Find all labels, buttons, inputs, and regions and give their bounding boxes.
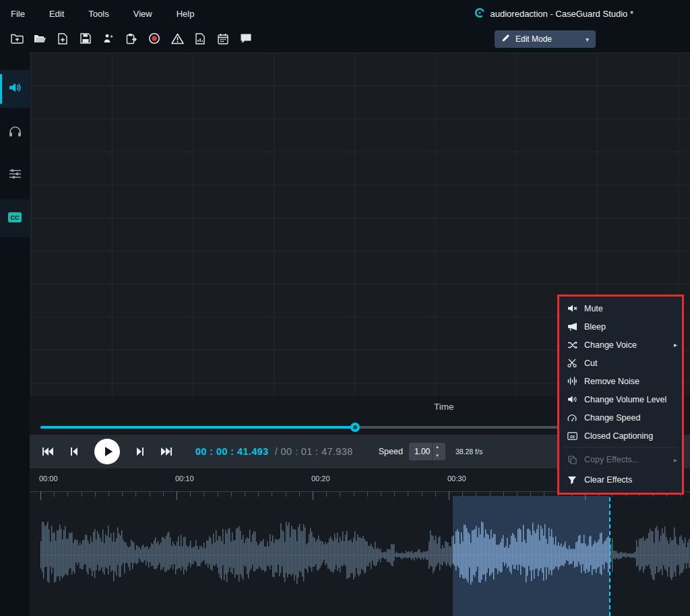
window-title: audioredaction - CaseGuard Studio *: [474, 0, 633, 27]
time-separator: /: [275, 446, 278, 457]
context-menu-item-mute[interactable]: Mute: [559, 299, 682, 317]
stepper-down-icon[interactable]: ▼: [433, 452, 442, 460]
next-icon: [136, 447, 144, 456]
context-menu-item-cut[interactable]: Cut: [559, 354, 682, 372]
context-menu-item-bleep[interactable]: Bleep: [559, 317, 682, 336]
play-icon: [104, 446, 113, 457]
add-file-button[interactable]: [51, 30, 74, 50]
pencil-icon: [501, 34, 510, 44]
edit-mode-label: Edit Mode: [515, 34, 552, 44]
context-menu-label: Cut: [584, 359, 597, 368]
menubar: File Edit Tools View Help audioredaction…: [0, 0, 690, 27]
context-menu-item-remove-noise[interactable]: Remove Noise: [559, 372, 682, 390]
calendar-icon: [218, 33, 228, 47]
effects-context-menu: Mute Bleep Change Voice ▸ Cut Remove Noi…: [557, 295, 684, 495]
speed-stepper[interactable]: ▲ ▼: [432, 443, 442, 460]
context-menu-item-change-voice[interactable]: Change Voice ▸: [559, 336, 682, 354]
context-menu-item-copy-effects: Copy Effects... ▸: [559, 450, 682, 470]
time-display: 00 : 00 : 41.493 / 00 : 01 : 47.938: [195, 446, 353, 457]
cc-icon: CC: [7, 212, 22, 226]
context-menu-item-change-speed[interactable]: Change Speed: [559, 408, 682, 427]
speedometer-icon: [567, 413, 577, 422]
svg-text:cc: cc: [569, 433, 575, 438]
context-menu-item-clear-effects[interactable]: Clear Effects: [559, 470, 682, 490]
context-menu-label: Change Speed: [584, 413, 640, 423]
add-file-icon: [58, 33, 67, 47]
add-folder-icon: [11, 33, 24, 47]
toolbar: Edit Mode ▾: [0, 27, 690, 53]
time-axis-label: Time: [434, 402, 454, 412]
skip-start-icon: [42, 447, 54, 456]
sidebar-item-audio[interactable]: [0, 70, 30, 108]
frame-rate-label: 38.28 f/s: [456, 448, 482, 456]
export-copy-icon: [126, 33, 137, 47]
warning-icon: [171, 33, 184, 47]
mute-icon: [567, 304, 577, 313]
context-menu-label: Copy Effects...: [584, 455, 639, 464]
menu-tools[interactable]: Tools: [88, 9, 108, 19]
speaker-icon: [8, 82, 22, 96]
record-button[interactable]: [143, 30, 166, 50]
remove-noise-icon: [567, 377, 577, 386]
menu-separator: [563, 447, 678, 448]
submenu-arrow-icon: ▸: [674, 456, 677, 464]
save-icon: [80, 33, 91, 47]
stepper-up-icon[interactable]: ▲: [433, 443, 442, 452]
cut-icon: [567, 359, 577, 367]
add-folder-button[interactable]: [5, 30, 28, 50]
next-frame-button[interactable]: [136, 447, 144, 456]
sidebar-item-headphones[interactable]: [0, 113, 30, 151]
skip-to-end-button[interactable]: [160, 447, 172, 456]
menu-view[interactable]: View: [133, 9, 152, 19]
skip-end-icon: [160, 447, 172, 456]
playhead-line[interactable]: [609, 491, 610, 616]
menu-file[interactable]: File: [11, 9, 25, 19]
context-menu-label: Change Voice: [584, 340, 637, 350]
window-title-text: audioredaction - CaseGuard Studio *: [491, 9, 633, 19]
warning-button[interactable]: [166, 30, 189, 50]
export-copy-button[interactable]: [120, 30, 143, 50]
comments-button[interactable]: [234, 30, 257, 50]
context-menu-label: Change Volume Level: [584, 395, 666, 404]
ai-detect-button[interactable]: [97, 30, 120, 50]
submenu-arrow-icon: ▸: [674, 341, 677, 348]
context-menu-label: Clear Effects: [584, 475, 632, 485]
previous-frame-button[interactable]: [70, 447, 78, 456]
app-logo-icon: [474, 7, 485, 20]
open-folder-icon: [34, 33, 46, 47]
volume-icon: [567, 395, 577, 404]
sliders-icon: [9, 168, 22, 182]
context-menu-label: Remove Noise: [584, 377, 639, 386]
sidebar-item-closed-captions[interactable]: CC: [0, 199, 30, 237]
closed-captioning-icon: cc: [567, 432, 577, 440]
open-folder-button[interactable]: [28, 30, 51, 50]
clear-effects-icon: [567, 476, 577, 485]
headphones-icon: [9, 125, 22, 140]
tick-label: 00:00: [39, 474, 58, 483]
current-time: 00 : 00 : 41.493: [195, 446, 269, 457]
context-menu-item-change-volume-level[interactable]: Change Volume Level: [559, 390, 682, 408]
edit-mode-dropdown[interactable]: Edit Mode ▾: [495, 30, 596, 48]
calendar-button[interactable]: [212, 30, 234, 50]
speed-input[interactable]: [409, 447, 432, 456]
waveform-selection[interactable]: [453, 496, 610, 616]
report-icon: [195, 33, 205, 47]
context-menu-label: Closed Captioning: [584, 431, 653, 441]
save-button[interactable]: [74, 30, 97, 50]
skip-to-start-button[interactable]: [42, 447, 54, 456]
context-menu-label: Bleep: [584, 322, 606, 332]
copy-icon: [567, 456, 577, 464]
menu-help[interactable]: Help: [177, 9, 195, 19]
tick-label: 00:10: [175, 474, 194, 483]
report-button[interactable]: [189, 30, 212, 50]
sidebar-item-effects[interactable]: [0, 156, 30, 194]
seek-handle[interactable]: [350, 423, 360, 432]
play-button[interactable]: [94, 439, 120, 464]
comments-icon: [240, 33, 252, 47]
menu-edit[interactable]: Edit: [49, 9, 64, 19]
context-menu-item-closed-captioning[interactable]: cc Closed Captioning: [559, 427, 682, 445]
svg-text:CC: CC: [11, 214, 20, 221]
context-menu-label: Mute: [584, 304, 603, 313]
chevron-down-icon: ▾: [586, 36, 589, 43]
bleep-icon: [567, 322, 577, 331]
